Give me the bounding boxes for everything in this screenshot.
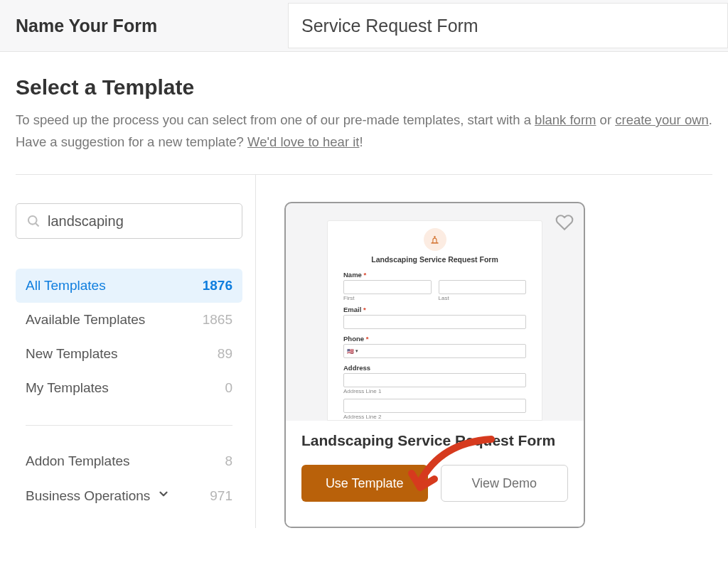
category-count: 0: [225, 380, 232, 396]
content-area: Select a Template To speed up the proces…: [0, 52, 728, 528]
header-bar: Name Your Form: [0, 0, 728, 52]
suggest-link[interactable]: We'd love to hear it: [247, 134, 359, 149]
preview-card: Landscaping Service Request Form Name * …: [327, 220, 542, 421]
preview-phone-input: 🇺🇸 ▾: [343, 344, 526, 358]
template-title: Landscaping Service Request Form: [301, 432, 568, 449]
preview-phone-label: Phone *: [343, 335, 526, 343]
preview-name-label: Name *: [343, 271, 526, 279]
category-count: 1865: [203, 312, 232, 328]
svg-point-3: [434, 236, 435, 237]
category-label: Addon Templates: [26, 453, 129, 469]
form-name-input[interactable]: [288, 3, 728, 48]
template-gallery: Landscaping Service Request Form Name * …: [256, 174, 712, 528]
preview-form-title: Landscaping Service Request Form: [343, 255, 526, 264]
preview-email-label: Email *: [343, 306, 526, 313]
section-title: Select a Template: [16, 75, 712, 99]
category-count: 971: [210, 488, 232, 504]
template-card: Landscaping Service Request Form Name * …: [284, 202, 585, 528]
preview-addr1-sublabel: Address Line 1: [343, 388, 526, 394]
preview-addr2-input: [343, 399, 526, 413]
preview-last-sublabel: Last: [439, 295, 527, 301]
search-input[interactable]: [48, 213, 232, 230]
template-preview: Landscaping Service Request Form Name * …: [286, 203, 584, 421]
category-label: Business Operations: [26, 488, 150, 503]
preview-email-input: [343, 315, 526, 329]
svg-point-0: [28, 216, 37, 225]
desc-text: !: [359, 134, 363, 149]
category-label: My Templates: [26, 380, 109, 396]
section-description: To speed up the process you can select f…: [16, 109, 712, 153]
category-label: Available Templates: [26, 312, 145, 328]
create-own-link[interactable]: create your own: [615, 112, 709, 127]
blank-form-link[interactable]: blank form: [535, 112, 596, 127]
category-my-templates[interactable]: My Templates 0: [16, 371, 242, 405]
chevron-down-icon: [157, 488, 170, 500]
category-list-secondary: Addon Templates 8 Business Operations 97…: [16, 444, 242, 513]
sidebar-divider: [26, 425, 232, 426]
preview-addr2-sublabel: Address Line 2: [343, 414, 526, 420]
category-label: New Templates: [26, 346, 118, 362]
category-list-primary: All Templates 1876 Available Templates 1…: [16, 269, 242, 405]
search-box[interactable]: [16, 203, 242, 239]
preview-addr1-input: [343, 373, 526, 387]
name-form-label: Name Your Form: [0, 16, 288, 36]
category-business-operations[interactable]: Business Operations 971: [16, 478, 242, 513]
favorite-icon[interactable]: [555, 213, 574, 235]
template-card-footer: Landscaping Service Request Form Use Tem…: [286, 421, 584, 527]
category-label-wrap: Business Operations: [26, 488, 170, 504]
bell-icon: [424, 228, 446, 251]
use-template-button[interactable]: Use Template: [301, 465, 428, 502]
preview-first-sublabel: First: [343, 295, 432, 301]
view-demo-button[interactable]: View Demo: [441, 465, 569, 502]
preview-first-input: [343, 280, 432, 294]
category-count: 1876: [203, 278, 232, 294]
category-addon-templates[interactable]: Addon Templates 8: [16, 444, 242, 478]
category-all-templates[interactable]: All Templates 1876: [16, 269, 242, 303]
preview-address-label: Address: [343, 364, 526, 372]
category-available-templates[interactable]: Available Templates 1865: [16, 303, 242, 337]
category-count: 8: [225, 453, 232, 469]
search-icon: [26, 214, 41, 228]
sidebar: All Templates 1876 Available Templates 1…: [16, 174, 256, 528]
category-new-templates[interactable]: New Templates 89: [16, 337, 242, 371]
preview-last-input: [439, 280, 527, 294]
desc-text: or: [596, 112, 615, 127]
category-count: 89: [218, 346, 232, 362]
category-label: All Templates: [26, 278, 106, 294]
desc-text: To speed up the process you can select f…: [16, 112, 535, 127]
svg-line-1: [36, 223, 38, 226]
